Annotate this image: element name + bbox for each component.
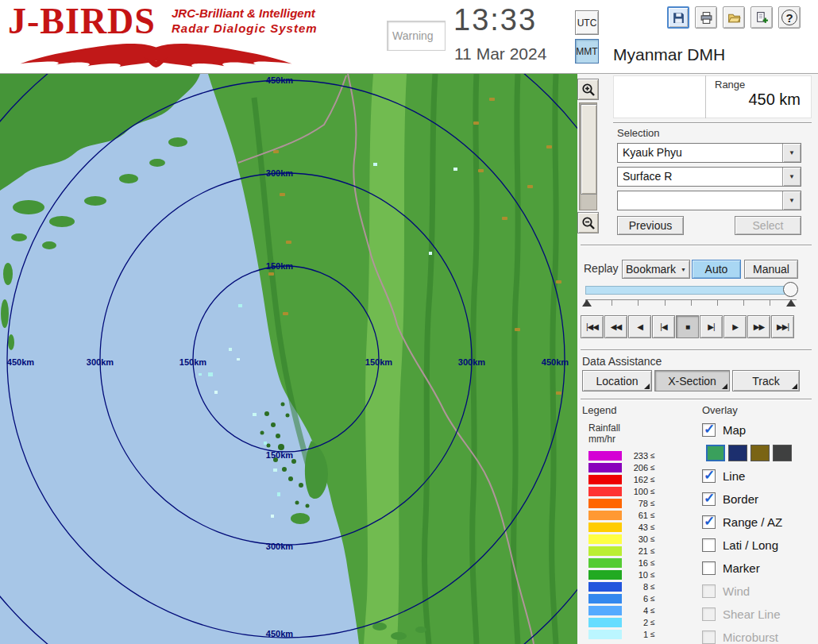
bookmark-button[interactable]: Bookmark ▼ (622, 260, 690, 279)
map-style-terrain[interactable] (706, 445, 725, 461)
location-button[interactable]: Location (582, 370, 652, 391)
checkbox[interactable] (702, 538, 716, 552)
zoom-out-button[interactable] (577, 212, 599, 233)
header-toolbar: ? (667, 6, 801, 29)
checkbox (702, 607, 716, 621)
map-style-dark[interactable] (773, 445, 792, 461)
replay-mode-manual-button[interactable]: Manual (744, 260, 798, 279)
site-dropdown[interactable]: Kyauk Phyu ▼ (617, 143, 801, 163)
legend-unit-1: Rainfall (588, 422, 620, 434)
bookmark-button-label: Bookmark (626, 263, 676, 276)
replay-ruler (585, 299, 797, 306)
help-icon[interactable]: ? (778, 6, 801, 29)
legend-suffix: ≤ (650, 475, 655, 484)
timeline-start-marker[interactable] (582, 299, 592, 307)
timeline-end-marker[interactable] (786, 299, 796, 307)
playback-step-forward-button[interactable]: ▶| (700, 315, 723, 338)
print-icon[interactable] (695, 6, 717, 29)
site-dropdown-value: Kyauk Phyu (618, 144, 782, 162)
check-icon: ✓ (704, 467, 715, 484)
magnifier-plus-icon (581, 83, 596, 97)
replay-timeline-knob[interactable] (783, 282, 798, 297)
playback-skip-to-end-button[interactable]: ▶▶| (771, 315, 794, 338)
overlay-item-label: Microburst (723, 631, 778, 644)
track-button[interactable]: Track (732, 370, 800, 391)
x-section-button[interactable]: X-Section (654, 370, 730, 391)
map-style-olive[interactable] (750, 445, 770, 461)
legend-color-swatch (588, 475, 622, 484)
legend-row: 43≤ (588, 521, 655, 533)
playback-fast-rewind-button[interactable]: ◀◀ (604, 315, 627, 338)
data-assistance-buttons: LocationX-SectionTrack (582, 370, 800, 391)
range-ring-label: 150km (179, 357, 206, 367)
range-ring-label: 150km (365, 357, 392, 367)
divider (581, 399, 812, 400)
playback-stop-button[interactable]: ■ (676, 315, 699, 338)
chevron-down-icon[interactable]: ▼ (782, 168, 801, 186)
overlay-item-label: Line (723, 469, 745, 483)
checkbox[interactable]: ✓ (702, 423, 716, 437)
export-icon[interactable] (750, 6, 773, 29)
legend-value: 2 (627, 618, 648, 627)
overlay-item-label: Marker (723, 561, 760, 575)
legend-color-swatch (588, 546, 622, 556)
legend-value: 61 (627, 511, 648, 520)
legend-row: 10≤ (588, 569, 655, 580)
legend-suffix: ≤ (650, 570, 655, 579)
overlay-item-map[interactable]: ✓Map (702, 418, 818, 442)
checkbox[interactable] (702, 561, 716, 575)
zoom-slider[interactable] (579, 102, 597, 210)
legend-color-swatch (588, 463, 622, 472)
station-name: Myanmar DMH (613, 45, 725, 64)
zoom-in-button[interactable] (577, 79, 599, 100)
warning-indicator: Warning (387, 21, 446, 51)
overlay-item-line[interactable]: ✓Line (702, 465, 818, 488)
timezone-utc-button[interactable]: UTC (575, 10, 599, 35)
playback-play-reverse-button[interactable]: ◀ (628, 315, 651, 338)
overlay-item-marker[interactable]: Marker (702, 557, 818, 580)
legend-scale: 233≤206≤162≤100≤78≤61≤43≤30≤21≤16≤10≤8≤6… (588, 449, 655, 640)
overlay-item-border[interactable]: ✓Border (702, 488, 818, 511)
legend-value: 30 (627, 534, 648, 544)
timezone-mmt-button[interactable]: MMT (575, 39, 599, 64)
overlay-item-lati-long[interactable]: Lati / Long (702, 534, 818, 557)
range-ring-label: 300km (266, 168, 293, 178)
playback-fast-forward-button[interactable]: ▶▶ (747, 315, 770, 338)
playback-play-button[interactable]: ▶ (723, 315, 747, 338)
chevron-down-icon[interactable]: ▼ (782, 191, 801, 210)
overlay-item-label: Border (723, 492, 758, 506)
magnifier-minus-icon (581, 216, 596, 230)
select-button[interactable]: Select (735, 216, 801, 235)
previous-button[interactable]: Previous (617, 216, 684, 235)
legend-suffix: ≤ (650, 558, 655, 567)
save-icon[interactable] (667, 6, 689, 29)
checkbox[interactable]: ✓ (702, 492, 716, 506)
product-dropdown[interactable]: Surface R ▼ (617, 167, 801, 187)
range-ring-label: 450km (266, 75, 293, 85)
replay-mode-auto-button[interactable]: Auto (692, 260, 741, 279)
option-dropdown[interactable]: ▼ (617, 191, 801, 210)
legend-row: 1≤ (588, 628, 655, 640)
overlay-item-range-az[interactable]: ✓Range / AZ (702, 511, 818, 534)
open-folder-icon[interactable] (723, 6, 745, 29)
zoom-slider-thumb[interactable] (581, 104, 597, 195)
check-icon: ✓ (704, 421, 715, 438)
map-style-blue[interactable] (728, 445, 747, 461)
playback-skip-to-start-button[interactable]: |◀◀ (581, 315, 604, 338)
chevron-down-icon[interactable]: ▼ (782, 144, 801, 162)
checkbox[interactable]: ✓ (702, 515, 716, 529)
radar-map-canvas[interactable]: 450km300km150km150km300km450km450km300km… (0, 74, 577, 644)
radar-map[interactable]: 450km300km150km150km300km450km450km300km… (0, 74, 577, 644)
legend-value: 6 (627, 594, 648, 604)
chevron-down-icon: ▼ (681, 267, 686, 272)
clock-date: 11 Mar 2024 (454, 44, 546, 64)
legend-color-swatch (588, 523, 622, 532)
legend-value: 100 (627, 487, 648, 496)
replay-timeline[interactable] (585, 286, 797, 295)
playback-step-back-button[interactable]: |◀ (652, 315, 675, 338)
overlay-options: ✓Map✓Line✓Border✓Range / AZLati / LongMa… (702, 418, 818, 644)
checkbox[interactable]: ✓ (702, 469, 716, 483)
replay-label: Replay (584, 262, 619, 275)
check-icon: ✓ (704, 490, 715, 507)
legend-row: 30≤ (588, 533, 655, 545)
